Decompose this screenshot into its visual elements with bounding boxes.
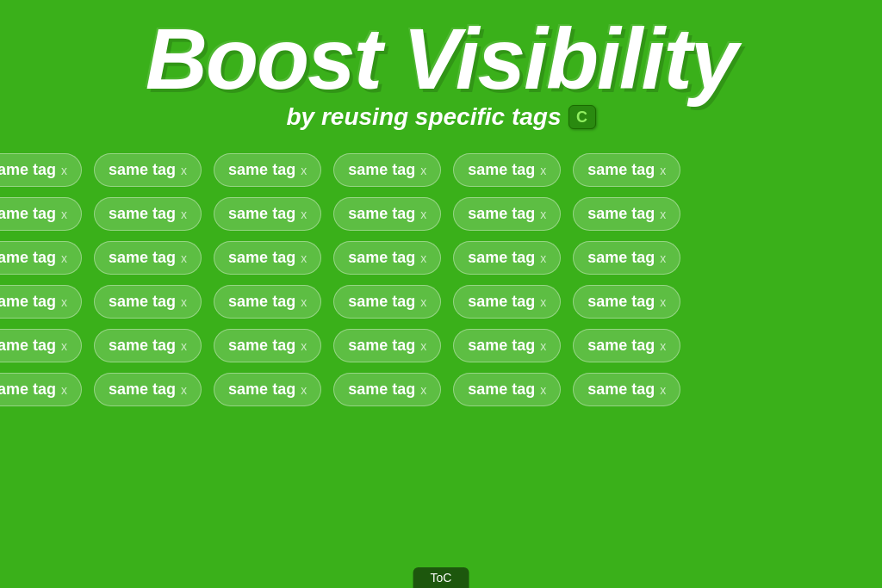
tags-row: same tagxsame tagxsame tagxsame tagxsame… <box>0 324 882 368</box>
tags-row: same tagxsame tagxsame tagxsame tagxsame… <box>0 192 882 236</box>
tag-close-icon: x <box>660 252 666 264</box>
tag-text: same tag <box>0 337 56 355</box>
tag-text: same tag <box>109 249 176 267</box>
tag-text: same tag <box>468 337 535 355</box>
tag-close-icon: x <box>420 384 426 396</box>
tag-text: same tag <box>587 381 655 399</box>
tag-pill: same tagx <box>573 329 680 362</box>
tag-pill-partial: same tagx <box>0 153 82 187</box>
tag-close-icon: x <box>540 208 546 220</box>
subtitle-text: by reusing specific tags <box>287 103 562 131</box>
tag-text: same tag <box>348 381 415 399</box>
tag-pill: same tagx <box>94 329 202 362</box>
tag-text: same tag <box>109 205 176 223</box>
tag-pill: same tagx <box>573 197 680 231</box>
tag-text: same tag <box>468 381 535 399</box>
tag-close-icon: x <box>540 164 546 176</box>
tag-text: same tag <box>228 205 295 223</box>
tag-pill: same tagx <box>214 153 321 187</box>
tag-pill: same tagx <box>573 285 680 319</box>
tag-close-icon: x <box>540 340 546 352</box>
tag-close-icon: x <box>181 164 187 176</box>
tag-pill: same tagx <box>333 153 441 187</box>
tag-pill-partial: same tagx <box>0 197 82 231</box>
tag-pill: same tagx <box>333 373 441 406</box>
tag-pill: same tagx <box>333 329 441 362</box>
tag-text: same tag <box>0 293 56 311</box>
tag-pill: same tagx <box>94 197 202 231</box>
tag-pill-partial: same tagx <box>0 241 82 275</box>
tag-close-icon: x <box>61 208 67 220</box>
tag-close-icon: x <box>420 340 426 352</box>
tag-pill: same tagx <box>573 241 680 275</box>
tag-text: same tag <box>0 381 56 399</box>
tag-pill: same tagx <box>214 373 321 406</box>
tag-text: same tag <box>348 249 415 267</box>
tag-close-icon: x <box>301 164 307 176</box>
tag-close-icon: x <box>301 384 307 396</box>
tag-close-icon: x <box>540 252 546 264</box>
tag-close-icon: x <box>61 164 67 176</box>
tag-close-icon: x <box>301 296 307 308</box>
tag-pill: same tagx <box>94 285 202 319</box>
tag-text: same tag <box>587 205 655 223</box>
tags-row: same tagxsame tagxsame tagxsame tagxsame… <box>0 236 882 280</box>
tag-close-icon: x <box>420 208 426 220</box>
tag-text: same tag <box>468 161 535 179</box>
tag-text: same tag <box>109 293 176 311</box>
tag-pill: same tagx <box>214 241 321 275</box>
tag-pill-partial: same tagx <box>0 329 82 362</box>
tag-close-icon: x <box>301 252 307 264</box>
tag-pill-partial: same tagx <box>0 285 82 319</box>
tag-pill: same tagx <box>214 285 321 319</box>
tag-pill: same tagx <box>94 241 202 275</box>
tag-close-icon: x <box>301 340 307 352</box>
tag-close-icon: x <box>61 384 67 396</box>
tag-close-icon: x <box>181 252 187 264</box>
tag-text: same tag <box>587 293 655 311</box>
tag-text: same tag <box>587 161 655 179</box>
tag-close-icon: x <box>61 340 67 352</box>
tag-text: same tag <box>348 337 415 355</box>
tag-pill: same tagx <box>453 197 561 231</box>
tag-pill-partial: same tagx <box>0 373 82 406</box>
tag-text: same tag <box>228 337 295 355</box>
tag-pill: same tagx <box>573 373 680 406</box>
tag-close-icon: x <box>181 296 187 308</box>
tag-close-icon: x <box>181 384 187 396</box>
tag-text: same tag <box>348 205 415 223</box>
tag-text: same tag <box>587 249 655 267</box>
tag-text: same tag <box>109 337 176 355</box>
tag-text: same tag <box>228 249 295 267</box>
tag-pill: same tagx <box>573 153 680 187</box>
tag-text: same tag <box>468 249 535 267</box>
tag-close-icon: x <box>540 384 546 396</box>
tag-text: same tag <box>0 249 56 267</box>
tag-text: same tag <box>109 161 176 179</box>
tag-text: same tag <box>348 161 415 179</box>
tag-text: same tag <box>228 161 295 179</box>
tag-pill: same tagx <box>214 329 321 362</box>
tags-row: same tagxsame tagxsame tagxsame tagxsame… <box>0 148 882 192</box>
tag-pill: same tagx <box>333 285 441 319</box>
toc-bar: ToC <box>413 567 469 588</box>
tag-close-icon: x <box>420 252 426 264</box>
header-section: Boost Visibility by reusing specific tag… <box>0 0 882 148</box>
tag-close-icon: x <box>660 340 666 352</box>
tag-close-icon: x <box>420 296 426 308</box>
tag-text: same tag <box>109 381 176 399</box>
tag-close-icon: x <box>181 340 187 352</box>
tag-close-icon: x <box>660 208 666 220</box>
tag-text: same tag <box>228 381 295 399</box>
tag-text: same tag <box>348 293 415 311</box>
tag-text: same tag <box>0 205 56 223</box>
tag-close-icon: x <box>301 208 307 220</box>
tag-close-icon: x <box>660 164 666 176</box>
tag-pill: same tagx <box>453 285 561 319</box>
subtitle: by reusing specific tags C <box>0 103 882 131</box>
tag-pill: same tagx <box>333 197 441 231</box>
tag-close-icon: x <box>660 384 666 396</box>
tag-pill: same tagx <box>453 373 561 406</box>
tag-text: same tag <box>468 205 535 223</box>
tag-text: same tag <box>0 161 56 179</box>
